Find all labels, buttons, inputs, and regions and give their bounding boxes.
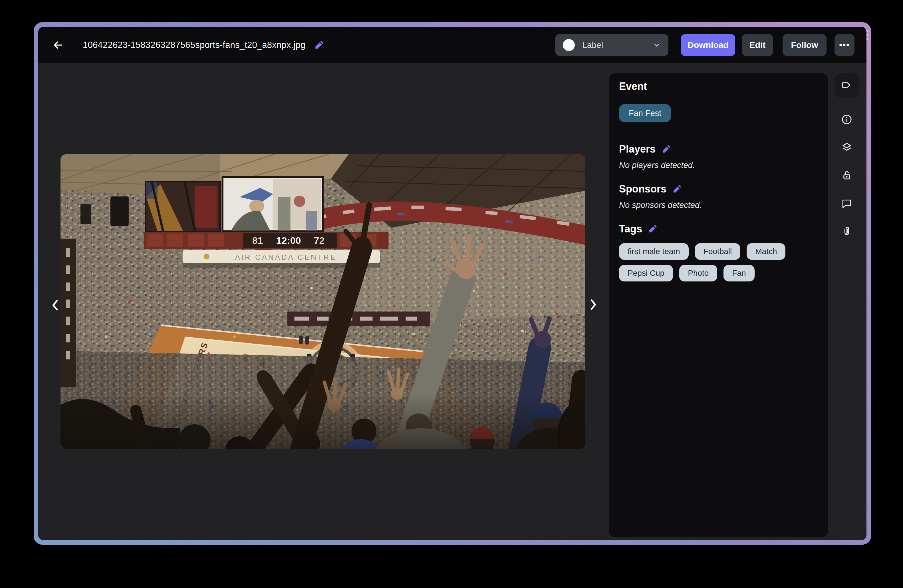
tag-list: first male team Football Match Pepsi Cup… (619, 243, 818, 281)
arrow-left-icon (52, 39, 64, 51)
label-dropdown[interactable]: Label (555, 34, 669, 56)
side-icon-rail (834, 73, 859, 238)
rail-item-lock[interactable] (840, 169, 853, 182)
next-asset-button[interactable] (586, 296, 601, 312)
pencil-icon (314, 40, 324, 50)
players-empty-note: No players detected. (619, 160, 818, 170)
edit-players-button[interactable] (661, 144, 671, 154)
previous-asset-button[interactable] (48, 297, 63, 313)
rail-item-labels[interactable] (834, 73, 859, 98)
rail-item-comments[interactable] (840, 197, 853, 210)
tag-icon (841, 80, 853, 91)
more-button[interactable]: ••• (834, 34, 854, 56)
main-content: 81 12:00 72 AIR CANADA CENTRE (38, 63, 867, 540)
info-icon (841, 113, 853, 125)
window-frame: 106422623-1583263287565sports-fans_t20_a… (34, 22, 871, 545)
sponsors-heading: Sponsors (619, 183, 666, 195)
edit-button[interactable]: Edit (742, 34, 773, 56)
players-heading: Players (619, 143, 656, 155)
comment-icon (841, 198, 853, 209)
tag-pill[interactable]: Photo (679, 265, 717, 281)
pencil-icon (662, 144, 671, 154)
follow-button[interactable]: Follow (783, 34, 826, 56)
app-window: 106422623-1583263287565sports-fans_t20_a… (38, 27, 867, 540)
rail-item-layers[interactable] (840, 141, 853, 154)
download-button[interactable]: Download (681, 34, 735, 56)
chevron-right-icon (586, 296, 601, 312)
edit-sponsors-button[interactable] (672, 184, 682, 194)
rename-button[interactable] (313, 39, 325, 51)
edit-tags-button[interactable] (648, 224, 658, 234)
pencil-icon (648, 224, 657, 234)
chevron-left-icon (48, 297, 63, 313)
arena-photo-illustration: 81 12:00 72 AIR CANADA CENTRE (60, 154, 585, 449)
rail-item-attachments[interactable] (840, 225, 853, 238)
back-button[interactable] (51, 38, 65, 52)
rail-item-info[interactable] (840, 113, 853, 126)
label-status-dot (563, 39, 575, 51)
tag-pill[interactable]: Football (695, 243, 741, 260)
metadata-panel: Event Fan Fest Players No players detect… (609, 73, 828, 537)
label-dropdown-value: Label (582, 40, 603, 50)
tags-heading: Tags (619, 223, 642, 235)
tag-pill[interactable]: first male team (619, 243, 689, 260)
event-pill[interactable]: Fan Fest (619, 104, 671, 122)
tag-pill[interactable]: Fan (724, 265, 754, 281)
asset-photo: 81 12:00 72 AIR CANADA CENTRE (60, 154, 585, 449)
event-heading: Event (619, 80, 818, 93)
header-bar: 106422623-1583263287565sports-fans_t20_a… (38, 27, 867, 63)
tag-pill[interactable]: Match (747, 243, 785, 260)
chevron-down-icon (653, 41, 661, 49)
file-title: 106422623-1583263287565sports-fans_t20_a… (83, 40, 305, 50)
tag-pill[interactable]: Pepsi Cup (619, 265, 673, 281)
header-actions: Label Download Edit Follow ••• (555, 34, 854, 56)
lock-open-icon (841, 169, 853, 181)
pencil-icon (672, 185, 681, 194)
sponsors-empty-note: No sponsors detected. (619, 200, 818, 210)
layers-icon (841, 141, 853, 154)
paperclip-icon (841, 225, 853, 237)
